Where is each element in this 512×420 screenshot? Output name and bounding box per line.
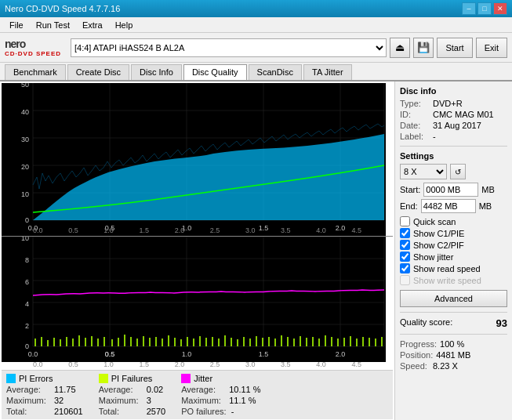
svg-rect-67	[205, 338, 207, 346]
tab-scan-disc[interactable]: ScanDisc	[249, 64, 302, 80]
start-field[interactable]	[423, 183, 478, 197]
bottom-x-25: 2.5	[210, 360, 220, 368]
bottom-x-4: 4.0	[316, 360, 326, 368]
svg-rect-77	[268, 337, 270, 346]
start-mb: MB	[481, 185, 495, 194]
logo-sub: CD·DVD SPEED	[5, 50, 61, 57]
svg-rect-69	[218, 339, 220, 346]
eject-icon-button[interactable]: ⏏	[390, 38, 410, 58]
svg-rect-82	[300, 336, 301, 346]
main-content: 50 40 30 20 10 0 24 20 16 12 8 4 0.0	[0, 81, 512, 420]
svg-rect-84	[312, 337, 314, 346]
stats-bar: PI Errors Average: 11.75 Maximum: 32 Tot…	[2, 370, 393, 419]
position-label: Position:	[400, 350, 433, 360]
svg-rect-66	[199, 336, 201, 346]
menu-file[interactable]: File	[3, 19, 30, 31]
svg-rect-43	[53, 338, 55, 346]
svg-rect-54	[124, 335, 125, 346]
jitter-avg-value: 10.11 %	[229, 385, 260, 394]
tab-disc-info[interactable]: Disc Info	[131, 64, 182, 80]
position-value: 4481 MB	[436, 350, 470, 360]
pi-errors-header: PI Errors	[19, 374, 53, 383]
menu-help[interactable]: Help	[109, 19, 140, 31]
svg-rect-55	[130, 337, 132, 346]
svg-text:10: 10	[21, 190, 29, 198]
bottom-x-45: 4.5	[351, 360, 361, 368]
x-label-3: 3.0	[245, 226, 256, 234]
svg-rect-81	[293, 339, 295, 346]
pi-avg-label: Average:	[6, 385, 49, 394]
menu-extra[interactable]: Extra	[76, 19, 109, 31]
po-label: PO failures:	[181, 407, 226, 416]
svg-rect-90	[350, 336, 351, 346]
svg-text:1.0: 1.0	[182, 350, 192, 358]
svg-rect-75	[256, 336, 257, 346]
svg-rect-78	[274, 339, 276, 346]
pi-avg-value: 11.75	[54, 385, 76, 394]
maximize-button[interactable]: □	[478, 2, 492, 15]
menu-run-test[interactable]: Run Test	[30, 19, 76, 31]
tab-disc-quality[interactable]: Disc Quality	[183, 64, 247, 80]
svg-rect-56	[136, 339, 138, 346]
progress-label: Progress:	[400, 339, 437, 349]
x-label-0: 0.0	[33, 226, 43, 234]
show-c1pie-checkbox[interactable]	[400, 228, 410, 238]
drive-select[interactable]: [4:4] ATAPI iHAS524 B AL2A	[71, 38, 387, 57]
advanced-button[interactable]: Advanced	[400, 290, 507, 307]
quick-scan-checkbox[interactable]	[400, 216, 410, 226]
svg-rect-64	[187, 337, 188, 346]
jitter-group: Jitter Average: 10.11 % Maximum: 11.1 % …	[181, 374, 260, 416]
show-c2pif-checkbox[interactable]	[400, 240, 410, 250]
end-field[interactable]	[421, 199, 476, 213]
svg-text:0: 0	[25, 216, 29, 224]
svg-text:50: 50	[21, 83, 29, 89]
svg-rect-73	[243, 337, 245, 346]
svg-rect-93	[369, 338, 370, 346]
date-value: 31 Aug 2017	[433, 121, 481, 130]
speed-label: Speed:	[400, 361, 430, 371]
start-button[interactable]: Start	[437, 38, 472, 58]
show-jitter-checkbox[interactable]	[400, 252, 410, 262]
jitter-max-value: 11.1 %	[229, 396, 256, 405]
close-button[interactable]: ✕	[493, 2, 507, 15]
svg-text:10: 10	[21, 237, 29, 242]
show-jitter-label: Show jitter	[413, 252, 453, 262]
speed-select[interactable]: 8 X	[400, 164, 447, 179]
show-write-speed-checkbox[interactable]	[400, 275, 410, 285]
pi-total-value: 210601	[54, 407, 83, 416]
svg-rect-62	[174, 338, 176, 346]
save-icon-button[interactable]: 💾	[413, 38, 434, 58]
svg-rect-52	[111, 339, 113, 346]
svg-rect-49	[91, 336, 93, 346]
svg-rect-65	[193, 339, 194, 346]
show-read-speed-checkbox[interactable]	[400, 263, 410, 273]
svg-rect-48	[85, 338, 86, 346]
show-read-speed-label: Show read speed	[413, 264, 481, 273]
window-controls: – □ ✕	[462, 2, 507, 15]
svg-rect-57	[143, 336, 144, 346]
svg-rect-70	[224, 335, 226, 346]
tab-benchmark[interactable]: Benchmark	[5, 64, 66, 80]
svg-rect-46	[72, 339, 74, 346]
show-c1pie-label: Show C1/PIE	[413, 229, 464, 238]
divider-2	[400, 312, 507, 313]
refresh-icon-button[interactable]: ↺	[450, 164, 466, 179]
svg-rect-76	[262, 338, 263, 346]
label-label: Label:	[400, 132, 430, 141]
exit-button[interactable]: Exit	[476, 38, 507, 58]
svg-rect-59	[155, 337, 157, 346]
svg-text:0: 0	[25, 342, 29, 350]
minimize-button[interactable]: –	[462, 2, 476, 15]
x-label-1: 1.0	[103, 226, 114, 234]
svg-rect-72	[237, 339, 238, 346]
svg-text:30: 30	[21, 136, 29, 143]
svg-rect-61	[168, 335, 169, 346]
svg-rect-74	[249, 339, 251, 346]
divider-1	[400, 146, 507, 147]
start-field-label: Start:	[400, 185, 420, 194]
svg-rect-58	[149, 338, 151, 346]
tab-ta-jitter[interactable]: TA Jitter	[303, 64, 352, 80]
pi-failures-legend	[99, 374, 108, 383]
bottom-x-3: 3.0	[245, 360, 256, 368]
tab-create-disc[interactable]: Create Disc	[67, 64, 129, 80]
